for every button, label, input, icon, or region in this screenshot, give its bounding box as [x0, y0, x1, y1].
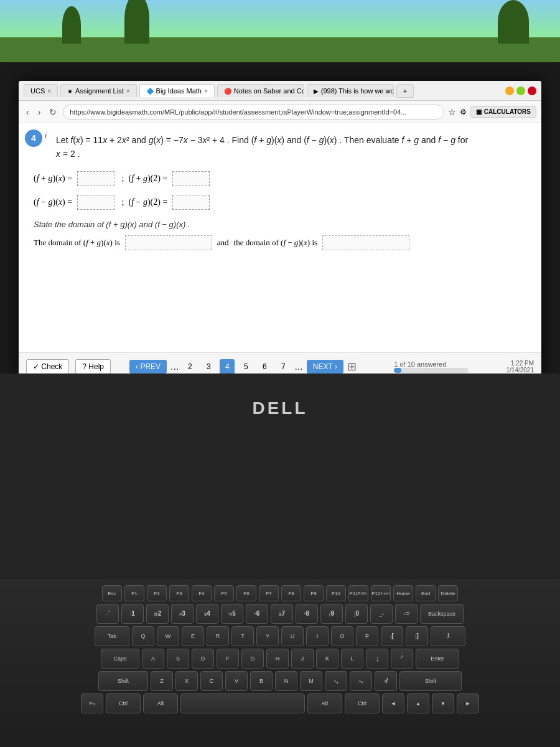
tab-assignment-close[interactable]: ×: [126, 88, 130, 95]
key-4[interactable]: $4: [196, 604, 218, 624]
key-e[interactable]: E: [182, 626, 204, 646]
key-h[interactable]: H: [266, 649, 289, 669]
key-o[interactable]: O: [331, 626, 353, 646]
key-alt-right[interactable]: Alt: [307, 693, 342, 713]
tab-notes[interactable]: 🔴 Notes on Saber and Conc... ×: [217, 84, 304, 97]
key-b[interactable]: B: [250, 671, 273, 691]
key-0[interactable]: )0: [345, 604, 368, 624]
url-input[interactable]: [63, 105, 444, 120]
prev-button[interactable]: ‹ PREV: [129, 360, 167, 374]
key-i[interactable]: I: [306, 626, 329, 646]
forward-button[interactable]: ›: [35, 106, 44, 118]
key-g[interactable]: G: [241, 649, 264, 669]
key-f[interactable]: F: [217, 649, 239, 669]
key-f4[interactable]: F4: [192, 585, 212, 601]
key-f9[interactable]: F9: [304, 585, 324, 601]
tab-bigideas-close[interactable]: ×: [204, 88, 208, 95]
key-f1[interactable]: F1: [124, 585, 144, 601]
key-arrow-down[interactable]: ▼: [432, 693, 454, 713]
fg-plus-2-input[interactable]: [172, 171, 210, 186]
page-2[interactable]: 2: [182, 359, 197, 374]
key-j[interactable]: J: [291, 649, 314, 669]
key-k[interactable]: K: [316, 649, 338, 669]
key-x[interactable]: X: [175, 671, 198, 691]
key-shift-left[interactable]: Shift: [98, 671, 148, 691]
next-button[interactable]: NEXT ›: [307, 360, 343, 374]
fg-minus-x-input[interactable]: [77, 195, 114, 210]
key-z[interactable]: Z: [151, 671, 173, 691]
key-f3[interactable]: F3: [169, 585, 189, 601]
domain-fg-minus-input[interactable]: [322, 235, 409, 250]
key-s[interactable]: S: [167, 649, 189, 669]
page-3[interactable]: 3: [201, 359, 216, 374]
key-p[interactable]: P: [356, 626, 378, 646]
help-button[interactable]: ? Help: [75, 359, 111, 374]
key-backtick[interactable]: ~`: [96, 604, 119, 624]
tab-bigideas[interactable]: 🔷 Big Ideas Math ×: [139, 84, 215, 97]
key-f8[interactable]: F8: [281, 585, 301, 601]
tab-ucs[interactable]: UCS ×: [24, 84, 58, 97]
key-v[interactable]: V: [225, 671, 248, 691]
key-backslash[interactable]: |\: [431, 626, 465, 646]
page-4[interactable]: 4: [220, 359, 235, 374]
key-arrow-up[interactable]: ▲: [407, 693, 429, 713]
key-l[interactable]: L: [341, 649, 363, 669]
dots-right[interactable]: ...: [294, 361, 302, 372]
key-f2[interactable]: F2: [147, 585, 167, 601]
key-3[interactable]: #3: [171, 604, 194, 624]
page-7[interactable]: 7: [276, 359, 291, 374]
minimize-button[interactable]: [505, 87, 514, 95]
page-5[interactable]: 5: [238, 359, 253, 374]
check-button[interactable]: ✓ Check: [26, 359, 69, 374]
new-tab-button[interactable]: +: [396, 84, 414, 98]
key-ctrl-right[interactable]: Ctrl: [345, 693, 380, 713]
key-7[interactable]: &7: [271, 604, 293, 624]
key-m[interactable]: M: [300, 671, 322, 691]
bookmark-icon[interactable]: ☆: [448, 107, 456, 117]
domain-fg-plus-input[interactable]: [125, 235, 212, 250]
key-n[interactable]: N: [275, 671, 297, 691]
key-equals[interactable]: +=: [395, 604, 418, 624]
key-ctrl-left[interactable]: Ctrl: [106, 693, 141, 713]
key-2[interactable]: @2: [146, 604, 169, 624]
key-f10[interactable]: F10: [326, 585, 346, 601]
key-slash[interactable]: ?/: [375, 671, 397, 691]
key-r[interactable]: R: [207, 626, 229, 646]
key-lbracket[interactable]: {[: [381, 626, 403, 646]
settings-icon[interactable]: ⚙: [460, 108, 467, 116]
grid-icon[interactable]: ⊞: [347, 360, 357, 374]
key-f7[interactable]: F7: [259, 585, 279, 601]
page-6[interactable]: 6: [257, 359, 272, 374]
key-f11[interactable]: F11PrtSc: [348, 585, 368, 601]
key-minus[interactable]: _-: [370, 604, 393, 624]
close-button[interactable]: [528, 87, 536, 95]
fg-minus-2-input[interactable]: [172, 195, 210, 210]
key-period[interactable]: >.: [350, 671, 372, 691]
key-1[interactable]: !1: [121, 604, 144, 624]
key-enter[interactable]: Enter: [416, 649, 459, 669]
refresh-button[interactable]: ↻: [47, 106, 59, 118]
back-button[interactable]: ‹: [24, 106, 32, 118]
tab-ucs-close[interactable]: ×: [47, 88, 51, 95]
key-8[interactable]: *8: [296, 604, 318, 624]
key-semicolon[interactable]: :;: [366, 649, 388, 669]
key-w[interactable]: W: [157, 626, 179, 646]
tab-youtube[interactable]: ▶ (998) This is how we won !!! ×: [307, 84, 394, 97]
key-9[interactable]: (9: [320, 604, 343, 624]
key-rbracket[interactable]: }]: [406, 626, 428, 646]
key-t[interactable]: T: [231, 626, 254, 646]
key-c[interactable]: C: [200, 671, 223, 691]
key-tab[interactable]: Tab: [95, 626, 129, 646]
key-fn[interactable]: Fn: [81, 693, 103, 713]
key-backspace[interactable]: Backspace: [420, 604, 464, 624]
key-space[interactable]: [180, 693, 305, 713]
key-arrow-right[interactable]: ►: [457, 693, 479, 713]
key-q[interactable]: Q: [132, 626, 154, 646]
key-u[interactable]: U: [281, 626, 304, 646]
key-home[interactable]: Home: [393, 585, 413, 601]
key-quote[interactable]: "': [391, 649, 413, 669]
key-6[interactable]: ^6: [246, 604, 268, 624]
key-d[interactable]: D: [192, 649, 214, 669]
key-capslock[interactable]: Caps: [101, 649, 139, 669]
key-f5[interactable]: F5: [214, 585, 234, 601]
